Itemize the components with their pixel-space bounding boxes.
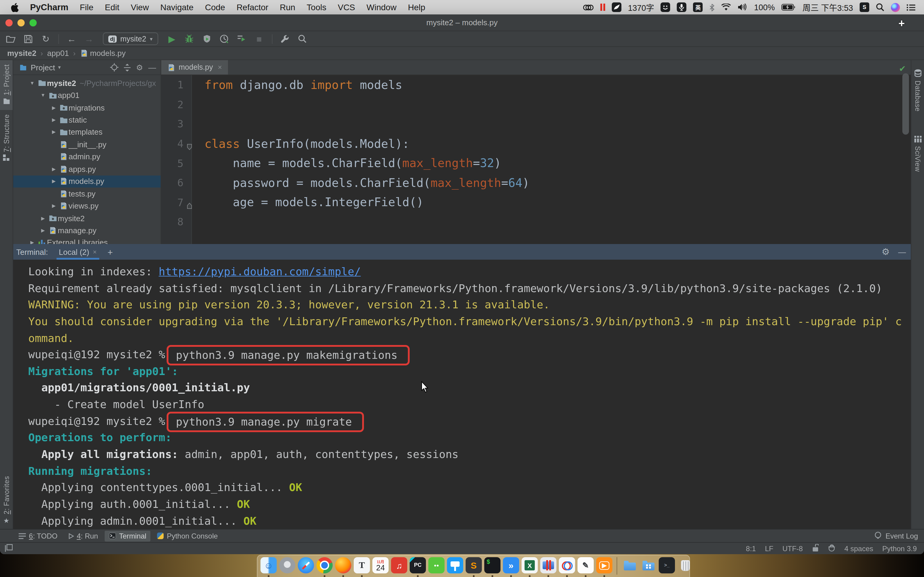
menu-view[interactable]: View (131, 2, 149, 12)
terminal-output[interactable]: Looking in indexes: https://pypi.douban.… (13, 259, 911, 529)
menu-code[interactable]: Code (205, 2, 225, 12)
terminal-tab-local[interactable]: Local (2) × (54, 244, 102, 259)
tree-collapsed-arrow-icon[interactable]: ▶ (49, 203, 58, 209)
new-terminal-session-button[interactable]: + (108, 247, 113, 257)
tree-collapsed-arrow-icon[interactable]: ▶ (49, 129, 58, 135)
toolwindow-button-todo[interactable]: 6: TODO (15, 530, 61, 541)
fold-end-icon[interactable] (186, 199, 192, 211)
save-icon[interactable] (22, 33, 34, 45)
dock-icon-wechat[interactable]: ●● (428, 557, 444, 574)
menu-list-icon[interactable] (906, 4, 916, 11)
zoom-window-button[interactable] (29, 19, 37, 26)
settings-wrench-icon[interactable] (279, 33, 291, 45)
dock-icon-sketch-pen[interactable]: ✎ (577, 557, 594, 574)
tree-item-mysite2[interactable]: ▶mysite2 (13, 212, 161, 224)
inspections-profile-icon[interactable] (827, 544, 835, 553)
locate-file-icon[interactable] (110, 63, 119, 71)
file-encoding[interactable]: UTF-8 (782, 544, 803, 553)
input-language-badge[interactable]: 英 (693, 2, 703, 12)
menu-file[interactable]: File (80, 2, 93, 12)
hide-panel-icon[interactable]: — (147, 63, 157, 72)
toolwindow-switcher-icon[interactable] (5, 544, 13, 553)
forward-icon[interactable]: → (83, 33, 95, 45)
menu-vcs[interactable]: VCS (338, 2, 355, 12)
toolwindow-button-terminal[interactable]: Terminal (105, 530, 151, 541)
tree-collapsed-arrow-icon[interactable]: ▶ (49, 179, 58, 184)
run-with-coverage-button[interactable] (200, 33, 213, 45)
apple-icon[interactable] (11, 3, 19, 12)
window-titlebar[interactable]: mysite2 – models.py + (0, 15, 924, 31)
recording-pause-icon[interactable] (600, 3, 605, 11)
menubar-status-text[interactable]: 1370字 (628, 1, 654, 13)
tree-collapsed-arrow-icon[interactable]: ▶ (39, 228, 47, 233)
breadcrumb-package[interactable]: app01 (47, 49, 69, 58)
tree-expanded-arrow-icon[interactable]: ▼ (27, 80, 37, 85)
gear-icon[interactable]: ⚙ (135, 63, 144, 72)
close-tab-icon[interactable]: × (93, 248, 97, 255)
open-icon[interactable] (5, 33, 17, 45)
menu-tools[interactable]: Tools (307, 2, 326, 12)
project-panel-title[interactable]: Project (31, 63, 55, 72)
dock-icon-launchpad[interactable] (279, 557, 296, 574)
stripe-button-project[interactable]: 1: Project (0, 60, 13, 110)
tree-collapsed-arrow-icon[interactable]: ▶ (49, 105, 58, 110)
siri-icon[interactable] (891, 3, 900, 12)
tree-item--init-py[interactable]: __init__.py (13, 138, 161, 151)
dock-icon-remote-display[interactable]: >_ (659, 557, 675, 574)
menu-run[interactable]: Run (280, 2, 295, 12)
rings-icon[interactable] (583, 3, 594, 11)
debug-button[interactable] (183, 33, 195, 45)
dock-icon-sublime-text[interactable]: S (465, 557, 482, 574)
wifi-icon[interactable] (722, 3, 731, 11)
search-everywhere-icon[interactable] (296, 33, 308, 45)
stripe-button-sciview[interactable]: SciView (911, 131, 924, 176)
menu-help[interactable]: Help (408, 2, 425, 12)
volume-icon[interactable] (738, 3, 748, 11)
menu-refactor[interactable]: Refactor (236, 2, 268, 12)
smiley-badge-icon[interactable] (661, 2, 670, 12)
dock-icon-terminal-app[interactable]: $ (484, 557, 501, 574)
dock-icon-folder-blue[interactable] (622, 557, 638, 574)
tree-item-templates[interactable]: ▶templates (13, 126, 161, 139)
indent-setting[interactable]: 4 spaces (844, 544, 873, 553)
menu-edit[interactable]: Edit (105, 2, 119, 12)
bluetooth-icon[interactable] (709, 3, 715, 11)
close-tab-icon[interactable]: × (218, 63, 222, 71)
editor-scrollbar[interactable] (902, 73, 909, 135)
python-interpreter[interactable]: Python 3.9 (882, 544, 917, 553)
dock-icon-keynote[interactable] (447, 557, 463, 574)
dock-icon-firefox[interactable] (335, 557, 351, 574)
collapse-all-icon[interactable] (122, 63, 132, 71)
tree-item-mysite2[interactable]: ▼mysite2~/PycharmProjects/gx (13, 77, 161, 89)
tree-collapsed-arrow-icon[interactable]: ▶ (27, 240, 37, 244)
dock-icon-calendar[interactable]: 11月24 (372, 557, 389, 574)
tree-item-admin-py[interactable]: admin.py (13, 151, 161, 163)
battery-icon[interactable] (782, 3, 796, 11)
dock-icon-trash[interactable] (677, 557, 694, 574)
sync-icon[interactable]: ↻ (40, 33, 52, 45)
tree-item-models-py[interactable]: ▶models.py (13, 175, 161, 187)
dock-icon-orange-video[interactable]: ▶ (596, 557, 612, 574)
tree-collapsed-arrow-icon[interactable]: ▶ (49, 117, 58, 122)
run-configuration-select[interactable]: dj mysite2 ▾ (103, 32, 158, 45)
menubar-clock[interactable]: 周三 下午3:53 (803, 1, 853, 13)
breadcrumb-project[interactable]: mysite2 (7, 49, 36, 58)
code-editor[interactable]: 1from django.db import models234class Us… (161, 75, 911, 244)
tree-item-external-libraries[interactable]: ▶External Libraries (13, 237, 161, 244)
dock-icon-excel[interactable]: X (522, 557, 538, 574)
wing-badge-icon[interactable] (612, 2, 622, 12)
dock-icon-folder-windows[interactable] (640, 557, 656, 574)
toolwindow-button-run[interactable]: 4: Run (64, 530, 102, 541)
fold-start-icon[interactable] (186, 141, 192, 153)
tree-item-apps-py[interactable]: ▶apps.py (13, 163, 161, 175)
chevron-down-icon[interactable]: ▾ (58, 64, 61, 70)
tree-item-manage-py[interactable]: ▶manage.py (13, 224, 161, 237)
menubar-status-text[interactable]: 100% (754, 3, 775, 12)
terminal-link[interactable]: https://pypi.douban.com/simple/ (159, 265, 361, 278)
dock-icon-screen-monitor[interactable] (540, 557, 556, 574)
stripe-button-structure[interactable]: 7: Structure (0, 110, 13, 166)
tree-collapsed-arrow-icon[interactable]: ▶ (49, 166, 58, 172)
mic-badge-icon[interactable] (677, 2, 687, 12)
toolwindow-button-python-console[interactable]: Python Console (153, 530, 222, 541)
dock-icon-xunlei[interactable]: » (503, 557, 519, 574)
